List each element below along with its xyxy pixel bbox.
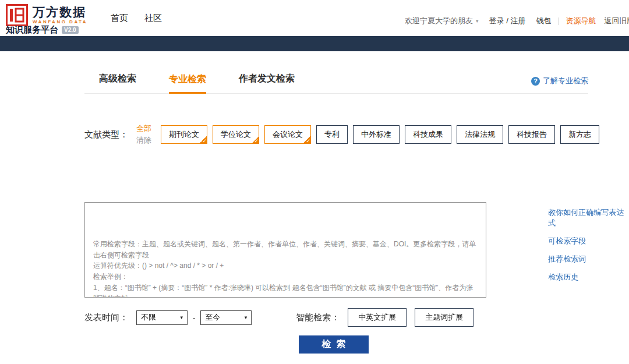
doc-type-local-records[interactable]: 新方志 [560,125,599,144]
link-searchable-fields[interactable]: 可检索字段 [548,236,629,246]
query-area: 教你如何正确编写表达式 可检索字段 推荐检索词 检索历史 [84,202,629,298]
doc-type-label-text: 期刊论文 [169,130,199,139]
doc-type-conference[interactable]: 会议论文 [264,125,311,144]
doc-type-label-text: 学位论文 [221,130,251,139]
brand-name-cn: 万方数据 [33,5,87,19]
doc-type-all-clear: 全部 清除 [136,123,151,146]
doc-type-row: 文献类型： 全部 清除 期刊论文 学位论文 会议论文 专利 中外标准 科技成果 [84,123,629,146]
link-how-to-write-expression[interactable]: 教你如何正确编写表达式 [548,207,629,228]
nav-item-home[interactable]: 首页 [111,13,128,24]
welcome-text[interactable]: 欢迎宁夏大学的朋友 [405,16,473,26]
link-recommended-terms[interactable]: 推荐检索词 [548,254,629,264]
doc-type-label: 文献类型： [84,129,128,140]
doc-type-law[interactable]: 法律法规 [457,125,503,144]
doc-type-achievement[interactable]: 科技成果 [405,125,451,144]
brand-text: 万方数据 WANFANG DATA [33,4,87,24]
header-dark-strip [0,36,629,51]
doc-type-label-text: 新方志 [568,130,591,139]
chevron-down-icon[interactable]: ▾ [476,18,479,24]
search-expression-input[interactable] [84,202,486,298]
smart-search-label: 智能检索： [296,312,340,323]
back-old-version-link[interactable]: 返回旧版 [604,16,629,26]
publish-time-from-select[interactable]: 不限 ▾ [136,310,188,325]
question-icon: ? [531,77,540,86]
wanfang-logo[interactable]: 万方数据 WANFANG DATA [6,4,87,26]
chevron-down-icon: ▾ [180,314,183,320]
doc-type-patent[interactable]: 专利 [316,125,348,144]
header: 万方数据 WANFANG DATA 知识服务平台 V2.0 首页 社区 欢迎宁夏… [0,0,629,36]
chevron-down-icon: ▾ [245,314,248,320]
clear-link[interactable]: 清除 [136,135,151,146]
doc-type-label-text: 会议论文 [273,130,303,139]
doc-type-label-text: 中外标准 [361,130,391,139]
login-register-link[interactable]: 登录 / 注册 [489,16,526,26]
smart-expand-cn-en-button[interactable]: 中英文扩展 [348,308,407,327]
link-search-history[interactable]: 检索历史 [548,272,629,282]
doc-type-label-text: 法律法规 [465,130,495,139]
doc-type-degree[interactable]: 学位论文 [213,125,259,144]
version-badge: V2.0 [62,26,79,34]
tab-professional-search[interactable]: 专业检索 [169,73,206,94]
doc-type-report[interactable]: 科技报告 [508,125,555,144]
doc-type-label-text: 科技成果 [413,130,443,139]
help-link-label: 了解专业检索 [543,76,588,86]
bottom-controls: 发表时间： 不限 ▾ - 至今 ▾ 智能检索： 中英文扩展 主题词扩展 [84,308,629,327]
tab-author-search[interactable]: 作者发文检索 [239,73,295,93]
doc-type-standard[interactable]: 中外标准 [353,125,400,144]
selected-check-corner-icon [199,136,207,144]
publish-time-to-select[interactable]: 至今 ▾ [200,310,252,325]
main-nav: 首页 社区 [111,13,162,24]
selected-check-corner-icon [303,136,311,144]
publish-time-to-value: 至今 [205,312,220,323]
search-tabs-bar: 高级检索 专业检索 作者发文检索 ? 了解专业检索 [84,73,588,94]
doc-type-label-text: 专利 [324,130,340,139]
platform-title: 知识服务平台 V2.0 [6,24,79,36]
time-range-dash: - [193,313,195,322]
user-area: 欢迎宁夏大学的朋友 ▾ 登录 / 注册 钱包 资源导航 返回旧版 [405,16,629,26]
nav-item-community[interactable]: 社区 [144,13,162,24]
tab-advanced-search[interactable]: 高级检索 [99,73,136,93]
publish-time-from-value: 不限 [141,312,156,323]
resource-nav-link[interactable]: 资源导航 [566,16,596,26]
select-all-link[interactable]: 全部 [136,123,151,135]
search-button[interactable]: 检索 [299,335,369,354]
smart-expand-subject-button[interactable]: 主题词扩展 [415,308,473,327]
wanfang-logo-icon [6,4,28,26]
selected-check-corner-icon [251,136,259,144]
brand-name-en: WANFANG DATA [33,19,87,24]
publish-time-label: 发表时间： [84,312,128,323]
doc-type-journal[interactable]: 期刊论文 [161,125,207,144]
wallet-link[interactable]: 钱包 [536,16,551,26]
side-links: 教你如何正确编写表达式 可检索字段 推荐检索词 检索历史 [548,202,629,298]
divider [558,17,559,25]
platform-name: 知识服务平台 [6,24,58,36]
doc-type-label-text: 科技报告 [517,130,547,139]
doc-type-list: 期刊论文 学位论文 会议论文 专利 中外标准 科技成果 法律法规 科技报告 [161,125,599,144]
help-professional-search-link[interactable]: ? 了解专业检索 [531,76,588,93]
